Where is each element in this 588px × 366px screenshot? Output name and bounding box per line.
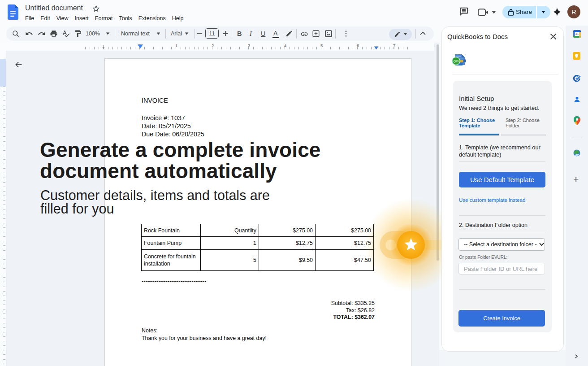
svg-text:QB: QB: [454, 59, 459, 63]
svg-text:31: 31: [575, 32, 579, 35]
